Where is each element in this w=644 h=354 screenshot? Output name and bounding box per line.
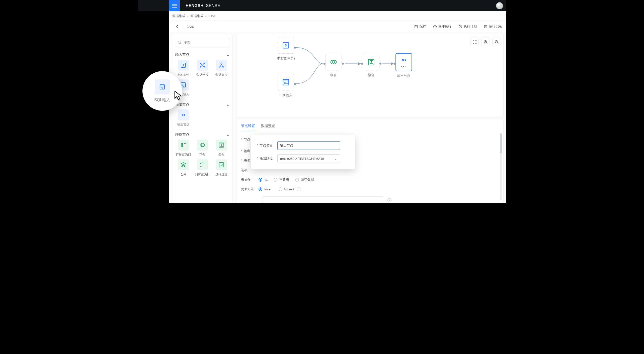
canvas-node-sql-input[interactable]: SQL SQL输入 bbox=[275, 74, 296, 97]
select-filter-icon bbox=[218, 162, 224, 168]
popover-label-name: 节点名称 bbox=[257, 143, 274, 148]
radio-tableop-none[interactable]: 无 bbox=[259, 177, 268, 182]
chevron-down-icon: ⌄ bbox=[334, 157, 337, 161]
palette-node-local-file[interactable]: 本地文件 bbox=[175, 60, 192, 77]
canvas-node-union[interactable]: 联合 bbox=[323, 54, 344, 77]
svg-rect-17 bbox=[219, 163, 224, 167]
zoom-out-button[interactable] bbox=[492, 38, 501, 46]
collapse-toggle[interactable]: ⌄ bbox=[226, 52, 229, 57]
cursor-pointer-icon bbox=[174, 91, 183, 102]
node-palette: 输入节点 ⌄ 本地文件 数据连接 数据集市 bbox=[172, 35, 233, 203]
svg-point-9 bbox=[219, 66, 220, 67]
schedule-button[interactable]: 执行计划 bbox=[456, 23, 479, 30]
label-output: 输出 bbox=[241, 149, 250, 153]
cluster-icon bbox=[218, 62, 224, 68]
popover-label-path: 输出路径 bbox=[257, 156, 274, 161]
svg-text:SQL: SQL bbox=[160, 87, 164, 89]
palette-node-col2row[interactable]: 列转置为行 bbox=[194, 159, 211, 177]
info-icon[interactable]: i bbox=[387, 198, 391, 202]
breadcrumb-mid[interactable]: 数据集成 bbox=[190, 14, 203, 18]
svg-point-2 bbox=[178, 41, 180, 43]
collapse-toggle[interactable]: ⌄ bbox=[226, 102, 229, 107]
svg-point-24 bbox=[402, 59, 404, 61]
zoom-in-button[interactable] bbox=[481, 38, 490, 46]
pipeline-canvas[interactable]: 本地文件 (1) SQL SQL输入 联合 bbox=[236, 35, 504, 117]
radio-update-insert[interactable]: Insert bbox=[259, 187, 273, 191]
workspace: 数据集成 / 数据集成 / 1-zxl 1-zxl 保存 立即执行 bbox=[169, 11, 506, 203]
label-update-method: 更新方法 bbox=[241, 187, 255, 191]
tab-data-preview[interactable]: 数据预览 bbox=[261, 124, 275, 131]
upload-icon bbox=[180, 62, 186, 68]
play-circle-icon bbox=[433, 25, 437, 29]
palette-node-select-filter[interactable]: 选择过滤 bbox=[213, 159, 230, 177]
radio-tableop-truncate[interactable]: 清空数据 bbox=[295, 177, 314, 182]
network-icon bbox=[199, 62, 205, 68]
tab-node-settings[interactable]: 节点设置 bbox=[241, 124, 255, 131]
output-node-popover: 节点名称 输出路径 oracle250 > TESTSCHEMA18 ⌄ bbox=[251, 135, 355, 169]
search-icon bbox=[178, 41, 181, 44]
radio-tableop-rebuild[interactable]: 重建表 bbox=[274, 177, 289, 182]
canvas-node-output[interactable]: ••• 输出节点 bbox=[393, 53, 414, 78]
stack-icon bbox=[180, 162, 186, 168]
palette-node-union[interactable]: 联合 bbox=[194, 140, 211, 157]
palette-node-output[interactable]: 输出节点 bbox=[175, 109, 192, 127]
rotate-cols-icon bbox=[180, 142, 186, 148]
scrollbar[interactable] bbox=[500, 133, 502, 200]
search-input[interactable] bbox=[183, 41, 227, 45]
label-table-op: 表操作 bbox=[241, 177, 255, 182]
svg-point-13 bbox=[182, 114, 183, 116]
logs-button[interactable]: 执行记录 bbox=[481, 23, 505, 30]
brand-logo: HENGSHI SENSE bbox=[186, 4, 220, 8]
info-icon[interactable]: i bbox=[297, 187, 301, 191]
breadcrumb-sep: / bbox=[187, 14, 188, 18]
save-button[interactable]: 保存 bbox=[412, 23, 429, 30]
label-table: 表名 bbox=[241, 158, 250, 163]
breadcrumb-root[interactable]: 数据集成 bbox=[172, 14, 185, 18]
user-avatar[interactable] bbox=[496, 2, 503, 9]
rotate-rows-icon bbox=[199, 162, 205, 168]
palette-node-row2col[interactable]: 行转置为列 bbox=[175, 140, 192, 157]
sigma-icon bbox=[218, 142, 224, 148]
clock-icon bbox=[458, 25, 462, 29]
group-transform-title: 转换节点 bbox=[175, 133, 189, 137]
collapse-toggle[interactable]: ⌄ bbox=[226, 132, 229, 137]
svg-point-8 bbox=[221, 63, 222, 64]
chevron-left-icon bbox=[176, 25, 179, 29]
popover-input-name[interactable] bbox=[277, 141, 340, 150]
palette-node-aggregate[interactable]: 聚合 bbox=[213, 140, 230, 157]
hamburger-menu-button[interactable] bbox=[169, 0, 180, 11]
svg-text:SQL: SQL bbox=[182, 85, 185, 87]
floating-label: SQL输入 bbox=[154, 97, 170, 103]
hamburger-icon bbox=[172, 4, 177, 8]
breadcrumb-sep: / bbox=[205, 14, 206, 18]
palette-search[interactable] bbox=[175, 38, 230, 47]
breadcrumb: 数据集成 / 数据集成 / 1-zxl bbox=[169, 11, 506, 21]
fit-screen-button[interactable] bbox=[470, 38, 479, 46]
palette-node-merge[interactable]: 合并 bbox=[175, 159, 192, 177]
list-icon bbox=[484, 25, 488, 29]
breadcrumb-leaf: 1-zxl bbox=[208, 14, 215, 18]
label-options: 选项 bbox=[241, 168, 248, 172]
palette-node-data-connection[interactable]: 数据连接 bbox=[194, 60, 211, 77]
run-now-button[interactable]: 立即执行 bbox=[431, 23, 454, 30]
ellipsis-icon: ••• bbox=[401, 65, 407, 68]
zoom-in-icon bbox=[484, 40, 488, 44]
fit-screen-icon bbox=[472, 40, 477, 44]
palette-node-data-market[interactable]: 数据集市 bbox=[213, 60, 230, 77]
popover-select-path[interactable]: oracle250 > TESTSCHEMA18 ⌄ bbox=[277, 154, 340, 163]
pipeline-title: 1-zxl bbox=[187, 25, 195, 29]
radio-update-upsert[interactable]: Upserti bbox=[279, 187, 301, 191]
canvas-node-local-file[interactable]: 本地文件 (1) bbox=[275, 37, 296, 61]
toolbar: 1-zxl 保存 立即执行 执行计划 执行记录 bbox=[169, 21, 506, 32]
canvas-node-aggregate[interactable]: 聚合 bbox=[361, 54, 382, 77]
sql-window-icon: SQL bbox=[159, 84, 165, 90]
svg-point-10 bbox=[223, 66, 224, 67]
group-input-title: 输入节点 bbox=[175, 53, 189, 57]
back-button[interactable] bbox=[174, 23, 181, 30]
zoom-out-icon bbox=[495, 40, 499, 44]
scroll-thumb[interactable] bbox=[500, 133, 502, 153]
text-input[interactable] bbox=[263, 196, 383, 203]
top-bar: HENGSHI SENSE bbox=[138, 0, 506, 11]
export-icon bbox=[180, 112, 186, 118]
svg-text:SQL: SQL bbox=[284, 82, 288, 84]
